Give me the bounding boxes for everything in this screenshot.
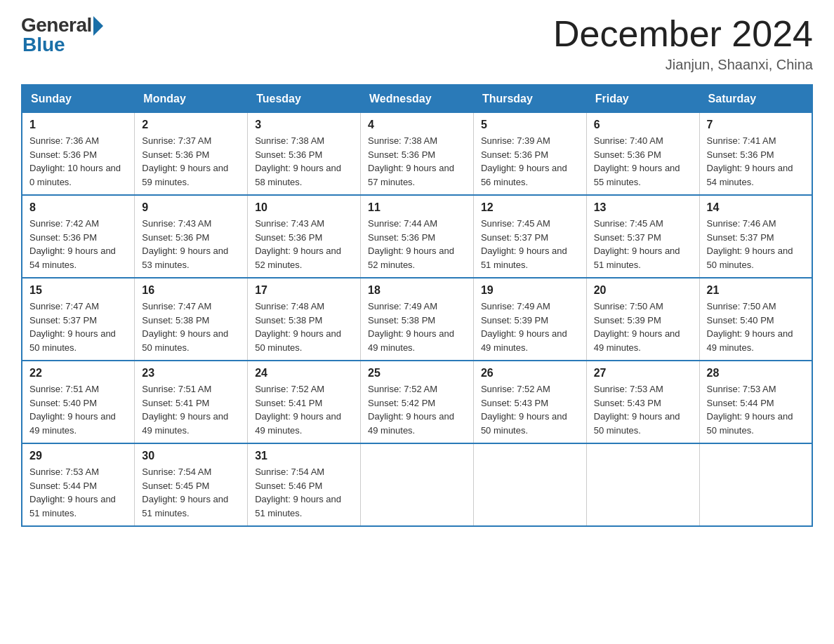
title-block: December 2024 Jianjun, Shaanxi, China [553, 14, 813, 73]
calendar-cell: 24 Sunrise: 7:52 AMSunset: 5:41 PMDaylig… [248, 361, 361, 443]
weekday-header-saturday: Saturday [699, 85, 812, 113]
calendar-cell: 14 Sunrise: 7:46 AMSunset: 5:37 PMDaylig… [699, 195, 812, 278]
calendar-cell: 1 Sunrise: 7:36 AMSunset: 5:36 PMDayligh… [22, 113, 135, 196]
calendar-cell: 29 Sunrise: 7:53 AMSunset: 5:44 PMDaylig… [22, 443, 135, 526]
day-number: 29 [29, 450, 127, 462]
day-info: Sunrise: 7:43 AMSunset: 5:36 PMDaylight:… [142, 217, 240, 271]
week-row-4: 22 Sunrise: 7:51 AMSunset: 5:40 PMDaylig… [22, 361, 812, 443]
calendar-cell: 31 Sunrise: 7:54 AMSunset: 5:46 PMDaylig… [248, 443, 361, 526]
weekday-header-wednesday: Wednesday [361, 85, 474, 113]
calendar-cell: 16 Sunrise: 7:47 AMSunset: 5:38 PMDaylig… [135, 278, 248, 361]
day-number: 20 [594, 284, 692, 297]
day-number: 23 [142, 367, 240, 380]
day-info: Sunrise: 7:36 AMSunset: 5:36 PMDaylight:… [29, 134, 127, 189]
day-number: 25 [368, 367, 466, 380]
calendar-cell: 13 Sunrise: 7:45 AMSunset: 5:37 PMDaylig… [586, 195, 699, 278]
day-number: 14 [707, 201, 805, 214]
day-number: 7 [707, 119, 805, 131]
day-info: Sunrise: 7:44 AMSunset: 5:36 PMDaylight:… [368, 217, 466, 271]
day-info: Sunrise: 7:52 AMSunset: 5:41 PMDaylight:… [255, 382, 353, 437]
day-number: 21 [707, 284, 805, 297]
day-info: Sunrise: 7:51 AMSunset: 5:41 PMDaylight:… [142, 382, 240, 437]
day-number: 2 [142, 119, 240, 131]
day-number: 17 [255, 284, 353, 297]
day-number: 3 [255, 119, 353, 131]
day-info: Sunrise: 7:42 AMSunset: 5:36 PMDaylight:… [29, 217, 127, 271]
logo: General Blue [21, 14, 103, 56]
day-number: 28 [707, 367, 805, 380]
day-number: 11 [368, 201, 466, 214]
logo-arrow-icon [93, 16, 103, 36]
day-info: Sunrise: 7:45 AMSunset: 5:37 PMDaylight:… [594, 217, 692, 271]
day-info: Sunrise: 7:52 AMSunset: 5:43 PMDaylight:… [481, 382, 579, 437]
day-number: 6 [594, 119, 692, 131]
day-info: Sunrise: 7:50 AMSunset: 5:40 PMDaylight:… [707, 300, 805, 354]
day-info: Sunrise: 7:51 AMSunset: 5:40 PMDaylight:… [29, 382, 127, 437]
day-number: 5 [481, 119, 579, 131]
day-number: 4 [368, 119, 466, 131]
calendar-cell: 30 Sunrise: 7:54 AMSunset: 5:45 PMDaylig… [135, 443, 248, 526]
week-row-1: 1 Sunrise: 7:36 AMSunset: 5:36 PMDayligh… [22, 113, 812, 196]
weekday-header-friday: Friday [586, 85, 699, 113]
calendar-cell: 27 Sunrise: 7:53 AMSunset: 5:43 PMDaylig… [586, 361, 699, 443]
calendar-cell: 2 Sunrise: 7:37 AMSunset: 5:36 PMDayligh… [135, 113, 248, 196]
day-number: 27 [594, 367, 692, 380]
calendar-cell: 6 Sunrise: 7:40 AMSunset: 5:36 PMDayligh… [586, 113, 699, 196]
calendar-cell: 15 Sunrise: 7:47 AMSunset: 5:37 PMDaylig… [22, 278, 135, 361]
day-number: 15 [29, 284, 127, 297]
calendar-cell: 18 Sunrise: 7:49 AMSunset: 5:38 PMDaylig… [361, 278, 474, 361]
calendar-cell [586, 443, 699, 526]
day-info: Sunrise: 7:50 AMSunset: 5:39 PMDaylight:… [594, 300, 692, 354]
calendar-table: SundayMondayTuesdayWednesdayThursdayFrid… [21, 84, 813, 527]
calendar-cell: 20 Sunrise: 7:50 AMSunset: 5:39 PMDaylig… [586, 278, 699, 361]
location-text: Jianjun, Shaanxi, China [553, 57, 813, 73]
day-number: 24 [255, 367, 353, 380]
calendar-cell: 17 Sunrise: 7:48 AMSunset: 5:38 PMDaylig… [248, 278, 361, 361]
week-row-2: 8 Sunrise: 7:42 AMSunset: 5:36 PMDayligh… [22, 195, 812, 278]
calendar-cell: 5 Sunrise: 7:39 AMSunset: 5:36 PMDayligh… [473, 113, 586, 196]
day-info: Sunrise: 7:49 AMSunset: 5:38 PMDaylight:… [368, 300, 466, 354]
weekday-header-row: SundayMondayTuesdayWednesdayThursdayFrid… [22, 85, 812, 113]
weekday-header-tuesday: Tuesday [248, 85, 361, 113]
day-number: 18 [368, 284, 466, 297]
page-header: General Blue December 2024 Jianjun, Shaa… [21, 14, 813, 73]
day-info: Sunrise: 7:45 AMSunset: 5:37 PMDaylight:… [481, 217, 579, 271]
day-info: Sunrise: 7:53 AMSunset: 5:44 PMDaylight:… [707, 382, 805, 437]
calendar-cell: 23 Sunrise: 7:51 AMSunset: 5:41 PMDaylig… [135, 361, 248, 443]
day-number: 1 [29, 119, 127, 131]
day-info: Sunrise: 7:47 AMSunset: 5:38 PMDaylight:… [142, 300, 240, 354]
week-row-3: 15 Sunrise: 7:47 AMSunset: 5:37 PMDaylig… [22, 278, 812, 361]
calendar-cell: 28 Sunrise: 7:53 AMSunset: 5:44 PMDaylig… [699, 361, 812, 443]
week-row-5: 29 Sunrise: 7:53 AMSunset: 5:44 PMDaylig… [22, 443, 812, 526]
calendar-cell: 12 Sunrise: 7:45 AMSunset: 5:37 PMDaylig… [473, 195, 586, 278]
day-number: 12 [481, 201, 579, 214]
day-info: Sunrise: 7:46 AMSunset: 5:37 PMDaylight:… [707, 217, 805, 271]
day-number: 10 [255, 201, 353, 214]
day-info: Sunrise: 7:48 AMSunset: 5:38 PMDaylight:… [255, 300, 353, 354]
calendar-cell: 25 Sunrise: 7:52 AMSunset: 5:42 PMDaylig… [361, 361, 474, 443]
calendar-cell: 19 Sunrise: 7:49 AMSunset: 5:39 PMDaylig… [473, 278, 586, 361]
day-info: Sunrise: 7:53 AMSunset: 5:44 PMDaylight:… [29, 465, 127, 520]
calendar-cell: 21 Sunrise: 7:50 AMSunset: 5:40 PMDaylig… [699, 278, 812, 361]
day-number: 19 [481, 284, 579, 297]
day-info: Sunrise: 7:54 AMSunset: 5:46 PMDaylight:… [255, 465, 353, 520]
calendar-cell: 10 Sunrise: 7:43 AMSunset: 5:36 PMDaylig… [248, 195, 361, 278]
day-info: Sunrise: 7:52 AMSunset: 5:42 PMDaylight:… [368, 382, 466, 437]
day-number: 22 [29, 367, 127, 380]
weekday-header-thursday: Thursday [473, 85, 586, 113]
calendar-cell: 7 Sunrise: 7:41 AMSunset: 5:36 PMDayligh… [699, 113, 812, 196]
day-info: Sunrise: 7:38 AMSunset: 5:36 PMDaylight:… [368, 134, 466, 189]
calendar-cell: 9 Sunrise: 7:43 AMSunset: 5:36 PMDayligh… [135, 195, 248, 278]
day-info: Sunrise: 7:37 AMSunset: 5:36 PMDaylight:… [142, 134, 240, 189]
weekday-header-monday: Monday [135, 85, 248, 113]
calendar-cell [473, 443, 586, 526]
day-info: Sunrise: 7:39 AMSunset: 5:36 PMDaylight:… [481, 134, 579, 189]
calendar-cell: 3 Sunrise: 7:38 AMSunset: 5:36 PMDayligh… [248, 113, 361, 196]
calendar-cell [699, 443, 812, 526]
logo-blue-text: Blue [21, 34, 65, 56]
day-info: Sunrise: 7:49 AMSunset: 5:39 PMDaylight:… [481, 300, 579, 354]
day-number: 30 [142, 450, 240, 462]
day-info: Sunrise: 7:43 AMSunset: 5:36 PMDaylight:… [255, 217, 353, 271]
day-info: Sunrise: 7:47 AMSunset: 5:37 PMDaylight:… [29, 300, 127, 354]
calendar-cell: 22 Sunrise: 7:51 AMSunset: 5:40 PMDaylig… [22, 361, 135, 443]
